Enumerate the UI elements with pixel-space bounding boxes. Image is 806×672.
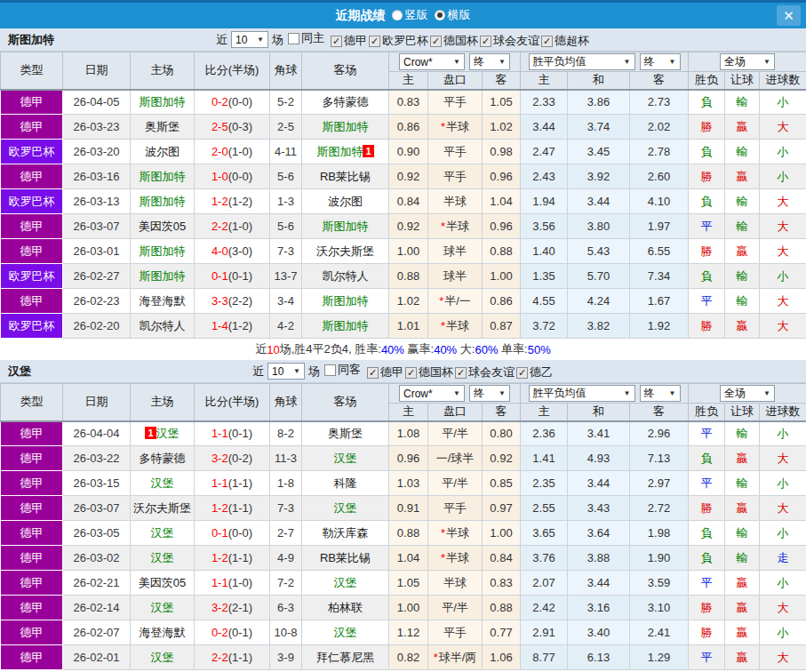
odds-final-select[interactable]: 终▼ bbox=[469, 53, 510, 70]
fulltime-score: 1-1 bbox=[211, 576, 228, 589]
home-team-cell: 斯图加特 bbox=[131, 264, 195, 289]
away-team-cell: RB莱比锡 bbox=[302, 164, 389, 189]
odds-away-cell: 0.88 bbox=[483, 596, 521, 620]
result-goals-cell: 大 bbox=[760, 446, 806, 471]
filter-checkbox[interactable]: ✓德国杯 bbox=[430, 33, 478, 49]
halftime-score: (0-0) bbox=[228, 526, 252, 540]
odds-away-cell: 0.77 bbox=[483, 620, 521, 645]
filter-checkbox[interactable]: 同客 bbox=[324, 362, 361, 378]
team-link: 海登海默 bbox=[140, 294, 186, 308]
team-link: 奥斯堡 bbox=[328, 427, 363, 440]
layout-option-selected[interactable]: 横版 bbox=[435, 7, 471, 23]
filter-checkbox[interactable]: ✓球会友谊 bbox=[480, 33, 539, 49]
date-cell: 26-03-07 bbox=[63, 214, 131, 239]
close-button[interactable]: ✕ bbox=[777, 5, 801, 26]
mean-away-cell: 2.96 bbox=[630, 421, 689, 446]
fulltime-score: 0-2 bbox=[211, 626, 228, 639]
checkbox-checked-icon: ✓ bbox=[541, 36, 553, 47]
odds-home-cell: 1.00 bbox=[389, 596, 428, 620]
mean-draw-cell: 3.82 bbox=[568, 314, 630, 339]
team-link: 海登海默 bbox=[140, 626, 186, 639]
match-row: 德甲 26-03-23 奥斯堡 2-5(0-3) 2-5 斯图加特 0.86 *… bbox=[1, 115, 806, 140]
team-link: 美因茨05 bbox=[139, 576, 186, 589]
mean-away-cell: 2.02 bbox=[630, 115, 689, 140]
filter-label: 德甲 bbox=[380, 364, 403, 380]
filter-checkbox[interactable]: ✓球会友谊 bbox=[455, 364, 515, 380]
odds-home-cell: 0.91 bbox=[389, 496, 428, 521]
result-wdl-cell: 勝 bbox=[689, 596, 725, 620]
score-cell: 1-2(1-1) bbox=[195, 546, 270, 571]
mean-draw-cell: 3.86 bbox=[568, 90, 630, 115]
fulltime-score: 0-2 bbox=[211, 95, 228, 108]
mean-source-select[interactable]: 胜平负均值▼ bbox=[529, 385, 635, 402]
league-cell: 德甲 bbox=[1, 496, 63, 521]
filter-checkbox[interactable]: ✓德甲 bbox=[367, 364, 403, 380]
result-wdl-cell: 勝 bbox=[689, 314, 725, 339]
handicap-star-icon: * bbox=[441, 120, 445, 133]
match-row: 德甲 26-03-05 汉堡 0-1(0-0) 2-7 勒沃库森 0.88 *半… bbox=[1, 521, 806, 546]
filter-checkbox[interactable]: 同主 bbox=[288, 30, 324, 46]
odds-away-cell: 1.00 bbox=[483, 521, 521, 546]
mean-draw-cell: 3.80 bbox=[568, 214, 630, 239]
checkbox-checked-icon: ✓ bbox=[480, 36, 491, 47]
odds-final-select[interactable]: 终▼ bbox=[469, 385, 510, 402]
mean-draw-cell: 3.16 bbox=[568, 596, 630, 620]
corner-cell: 5-6 bbox=[270, 164, 302, 189]
league-cell: 德甲 bbox=[1, 645, 63, 670]
result-handicap-cell: 輸 bbox=[725, 140, 760, 164]
scope-select[interactable]: 全场▼ bbox=[720, 385, 775, 402]
fulltime-score: 2-2 bbox=[211, 651, 228, 664]
result-wdl-cell: 平 bbox=[689, 471, 725, 496]
home-team-cell: 多特蒙德 bbox=[131, 446, 195, 471]
chevron-down-icon: ▼ bbox=[624, 389, 631, 397]
odds-home-cell: 1.02 bbox=[389, 289, 428, 314]
mean-draw-cell: 3.88 bbox=[568, 546, 630, 571]
team-link: 凯尔特人 bbox=[140, 319, 186, 332]
handicap-star-icon: * bbox=[441, 526, 445, 540]
team-link: 汉堡 bbox=[334, 452, 357, 465]
filter-checkbox[interactable]: ✓德国杯 bbox=[405, 364, 453, 380]
chevron-down-icon: ▼ bbox=[624, 58, 631, 66]
odds-home-cell: 0.90 bbox=[389, 140, 428, 164]
mean-draw-cell: 5.70 bbox=[568, 264, 630, 289]
mean-away-cell: 1.29 bbox=[630, 645, 689, 670]
result-wdl-cell: 平 bbox=[689, 645, 725, 670]
date-cell: 26-02-27 bbox=[63, 264, 131, 289]
filter-checkbox[interactable]: ✓德超杯 bbox=[541, 33, 589, 49]
near-count-select[interactable]: 10▼ bbox=[231, 31, 268, 48]
mean-home-cell: 2.42 bbox=[521, 596, 568, 620]
col-mean-draw: 和 bbox=[568, 72, 630, 90]
layout-option-unselected[interactable]: 竖版 bbox=[392, 7, 428, 23]
odds-company-select[interactable]: Crow*▼ bbox=[399, 53, 465, 70]
mean-draw-cell: 3.40 bbox=[568, 620, 630, 645]
filter-checkbox[interactable]: ✓欧罗巴杯 bbox=[369, 33, 428, 49]
handicap-cell: 球半 bbox=[428, 239, 483, 264]
handicap-star-icon: * bbox=[441, 319, 445, 332]
halftime-score: (1-2) bbox=[228, 195, 252, 208]
filter-checkbox[interactable]: ✓德甲 bbox=[331, 33, 367, 49]
mean-final-select[interactable]: 终▼ bbox=[640, 53, 681, 70]
fulltime-score: 0-1 bbox=[211, 269, 228, 283]
mean-final-select[interactable]: 终▼ bbox=[640, 385, 681, 402]
home-team-cell: 斯图加特 bbox=[131, 90, 195, 115]
team-link: RB莱比锡 bbox=[320, 170, 371, 183]
result-handicap-cell: 贏 bbox=[725, 446, 760, 471]
date-cell: 26-04-04 bbox=[63, 421, 131, 446]
mean-home-cell: 2.35 bbox=[521, 471, 568, 496]
summary-segment: 40% bbox=[434, 343, 457, 356]
match-row: 德甲 26-02-23 海登海默 3-3(2-2) 3-4 斯图加特 1.02 … bbox=[1, 289, 806, 314]
scope-select[interactable]: 全场▼ bbox=[720, 53, 775, 70]
near-count-select[interactable]: 10▼ bbox=[267, 363, 305, 380]
home-team-cell: 海登海默 bbox=[131, 620, 195, 645]
filter-bar: 近 10▼ 场 同客✓德甲✓德国杯✓球会友谊✓德乙 bbox=[0, 362, 806, 380]
filter-checkbox[interactable]: ✓德乙 bbox=[516, 364, 553, 380]
team-link: 美因茨05 bbox=[139, 220, 186, 233]
handicap-star-icon: * bbox=[441, 220, 445, 233]
mean-source-select[interactable]: 胜平负均值▼ bbox=[529, 53, 635, 70]
odds-company-select[interactable]: Crow*▼ bbox=[399, 385, 465, 402]
col-type: 类型 bbox=[1, 52, 63, 90]
filter-label: 同客 bbox=[338, 362, 361, 378]
corner-cell: 10-8 bbox=[270, 620, 302, 645]
result-wdl-cell: 平 bbox=[689, 421, 725, 446]
checkbox-unchecked-icon bbox=[324, 364, 336, 376]
